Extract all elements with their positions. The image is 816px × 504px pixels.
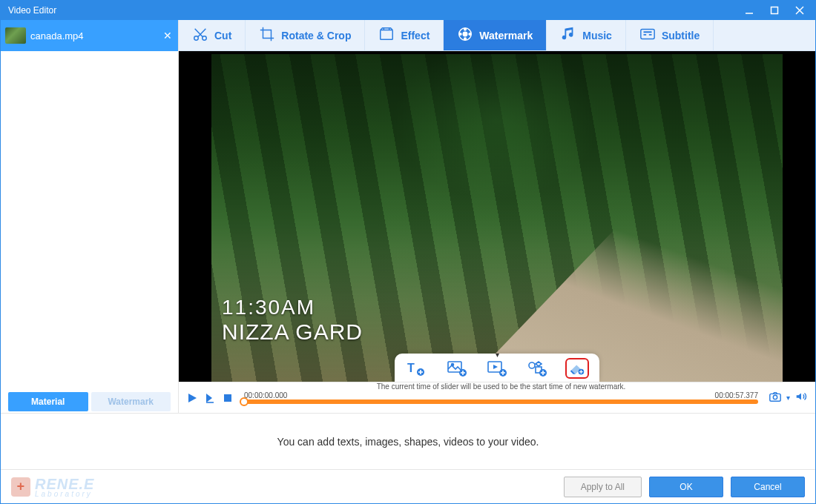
stop-button[interactable]	[222, 392, 234, 404]
tab-cut[interactable]: Cut	[179, 20, 246, 50]
sidebar-tab-material[interactable]: Material	[8, 392, 88, 411]
svg-point-5	[203, 36, 207, 41]
minimize-button[interactable]	[737, 1, 762, 20]
cancel-button[interactable]: Cancel	[731, 477, 805, 497]
window-title: Video Editor	[8, 5, 737, 16]
close-window-button[interactable]	[787, 1, 812, 20]
brand-plus-icon: +	[11, 477, 30, 497]
play-button[interactable]	[186, 392, 198, 404]
svg-point-12	[469, 33, 471, 36]
snapshot-dropdown-icon[interactable]: ▾	[786, 394, 790, 402]
overlay-title: NIZZA GARD	[222, 319, 363, 345]
maximize-button[interactable]	[762, 1, 787, 20]
titlebar: Video Editor	[1, 1, 815, 20]
info-message: You can add texts, images, shapes, video…	[1, 413, 815, 469]
file-name: canada.mp4	[30, 30, 159, 42]
music-icon	[560, 26, 576, 44]
svg-point-17	[452, 364, 454, 366]
tab-subtitle[interactable]: Subtitle	[626, 20, 714, 50]
svg-rect-1	[771, 7, 778, 14]
watermark-icon	[457, 26, 473, 44]
add-text-watermark-button[interactable]: T	[405, 358, 429, 379]
svg-point-10	[464, 38, 467, 40]
apply-to-all-button[interactable]: Apply to All	[564, 477, 642, 497]
chevron-down-icon: ▾	[496, 351, 499, 359]
tab-watermark-label: Watermark	[479, 30, 533, 42]
tab-effect[interactable]: Effect	[365, 20, 444, 50]
svg-rect-13	[641, 30, 654, 39]
timeline-thumb[interactable]	[240, 397, 249, 406]
video-preview[interactable]: 11:30AM NIZZA GARD T ▾	[211, 54, 783, 382]
timeline: 00:00:00.000 The current time of slider …	[179, 382, 815, 413]
watermark-add-toolbar: T ▾	[395, 354, 599, 382]
add-video-watermark-button[interactable]: ▾	[485, 358, 509, 379]
content-area: Cut Rotate & Crop Effect	[179, 20, 815, 413]
svg-point-11	[460, 33, 462, 36]
preview-overlay-text: 11:30AM NIZZA GARD	[222, 296, 363, 345]
svg-point-9	[464, 28, 467, 30]
sidebar-tabs: Material Watermark	[1, 391, 178, 413]
sidebar: canada.mp4 ✕ Material Watermark	[1, 20, 179, 413]
add-remove-watermark-button[interactable]	[565, 358, 589, 379]
ok-button[interactable]: OK	[649, 477, 723, 497]
scissors-icon	[192, 26, 208, 44]
file-thumbnail	[5, 27, 26, 44]
tab-subtitle-label: Subtitle	[662, 30, 700, 42]
svg-rect-6	[381, 30, 393, 40]
svg-rect-25	[224, 394, 231, 402]
tab-watermark[interactable]: Watermark	[444, 20, 547, 50]
tab-music-label: Music	[582, 30, 612, 42]
add-image-watermark-button[interactable]	[445, 358, 469, 379]
tab-cut-label: Cut	[214, 30, 231, 42]
svg-point-4	[194, 36, 199, 41]
add-shape-watermark-button[interactable]	[525, 358, 549, 379]
svg-point-27	[773, 395, 777, 399]
time-end: 00:00:57.377	[715, 391, 758, 399]
preview-wrap: 11:30AM NIZZA GARD T ▾	[179, 51, 815, 382]
app-window: Video Editor canada.mp4 ✕ Material Water…	[0, 0, 816, 504]
tab-effect-label: Effect	[401, 30, 430, 42]
crop-icon	[259, 26, 275, 44]
tool-tabs: Cut Rotate & Crop Effect	[179, 20, 815, 51]
svg-text:T: T	[407, 362, 415, 374]
tab-rotate-crop[interactable]: Rotate & Crop	[246, 20, 365, 50]
sidebar-body	[1, 51, 178, 391]
subtitle-icon	[639, 26, 656, 44]
step-button[interactable]	[204, 392, 216, 404]
svg-point-8	[464, 32, 468, 36]
effect-icon	[378, 26, 395, 44]
brand-sub: Laboratory	[35, 490, 94, 498]
brand-logo: + RENE.E Laboratory	[11, 476, 94, 498]
timeline-hint: The current time of slider will be used …	[377, 382, 626, 398]
close-file-icon[interactable]: ✕	[163, 30, 172, 42]
overlay-time: 11:30AM	[222, 296, 363, 319]
footer: + RENE.E Laboratory Apply to All OK Canc…	[1, 469, 815, 503]
sidebar-tab-watermark[interactable]: Watermark	[91, 392, 171, 411]
svg-point-21	[529, 362, 535, 368]
tab-rotate-crop-label: Rotate & Crop	[281, 30, 351, 42]
snapshot-button[interactable]	[769, 390, 782, 406]
volume-button[interactable]	[794, 390, 808, 406]
tab-music[interactable]: Music	[547, 20, 626, 50]
file-tab[interactable]: canada.mp4 ✕	[1, 20, 178, 51]
timeline-track[interactable]	[244, 399, 758, 404]
time-start: 00:00:00.000	[244, 391, 287, 399]
